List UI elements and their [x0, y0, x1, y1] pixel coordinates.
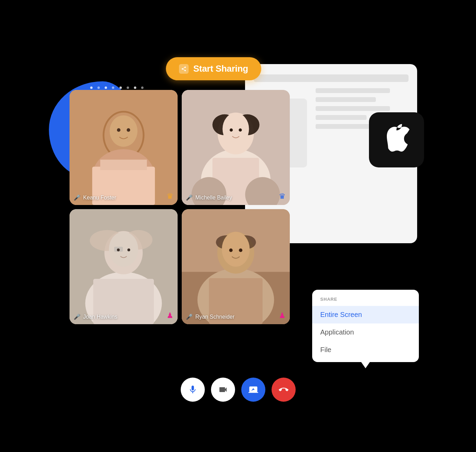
role-icon-joan: ♟ [167, 311, 173, 320]
svg-point-6 [117, 128, 120, 132]
scene: Start Sharing 🎤 Keanu Foster [49, 37, 427, 415]
participant-label-michelle: 🎤 Michelle Bailey [186, 194, 232, 201]
svg-point-30 [117, 248, 119, 251]
share-option-application[interactable]: Application [312, 323, 419, 341]
screen-share-button[interactable] [241, 378, 265, 402]
mockup-topbar [254, 74, 409, 82]
share-option-entire-screen[interactable]: Entire Screen [312, 306, 419, 323]
video-cell-michelle: 🎤 Michelle Bailey ♛ [182, 90, 290, 205]
video-grid: 🎤 Keanu Foster ♛ [70, 90, 290, 324]
role-icon-keanu: ♛ [167, 192, 173, 201]
video-cell-joan: 🎤 Joan Hawkins ♟ [70, 209, 178, 324]
start-sharing-label: Start Sharing [193, 63, 248, 74]
share-icon [179, 64, 189, 74]
svg-point-40 [222, 232, 250, 267]
apple-icon [383, 124, 410, 156]
video-cell-ryan: 🎤 Ryan Schneider ♟ [182, 209, 290, 324]
svg-point-16 [222, 113, 249, 145]
participant-name-michelle: Michelle Bailey [195, 195, 232, 201]
share-option-file[interactable]: File [312, 341, 419, 359]
end-call-button[interactable] [272, 378, 296, 402]
controls-bar [181, 378, 296, 402]
svg-rect-9 [100, 160, 147, 170]
video-cell-keanu: 🎤 Keanu Foster ♛ [70, 90, 178, 205]
mic-icon-keanu: 🎤 [74, 194, 81, 201]
participant-name-ryan: Ryan Schneider [195, 314, 235, 320]
svg-point-17 [230, 129, 233, 132]
mockup-line-5 [316, 124, 376, 129]
participant-label-keanu: 🎤 Keanu Foster [74, 194, 116, 201]
start-sharing-button[interactable]: Start Sharing [166, 57, 261, 80]
svg-point-31 [127, 248, 130, 251]
svg-point-5 [109, 115, 137, 147]
svg-point-42 [239, 248, 242, 252]
mockup-line-3 [316, 106, 390, 111]
microphone-button[interactable] [181, 378, 205, 402]
mockup-line-2 [316, 97, 376, 102]
svg-point-7 [127, 128, 130, 132]
svg-point-28 [109, 232, 138, 267]
svg-point-41 [229, 248, 232, 252]
share-dropdown: SHARE Entire Screen Application File [312, 290, 419, 362]
participant-name-keanu: Keanu Foster [83, 195, 116, 201]
share-dropdown-header: SHARE [312, 297, 419, 306]
mic-icon-joan: 🎤 [74, 314, 81, 320]
camera-button[interactable] [211, 378, 235, 402]
role-icon-ryan: ♟ [279, 311, 286, 320]
mockup-line-1 [316, 88, 390, 93]
participant-label-ryan: 🎤 Ryan Schneider [186, 314, 235, 320]
mic-icon-michelle: 🎤 [186, 194, 193, 201]
svg-point-18 [239, 129, 242, 132]
apple-logo-card [369, 112, 424, 167]
mockup-line-4 [316, 115, 367, 120]
participant-label-joan: 🎤 Joan Hawkins [74, 314, 118, 320]
role-icon-michelle: ♛ [279, 192, 286, 201]
participant-name-joan: Joan Hawkins [83, 314, 118, 320]
mic-icon-ryan: 🎤 [186, 314, 193, 320]
